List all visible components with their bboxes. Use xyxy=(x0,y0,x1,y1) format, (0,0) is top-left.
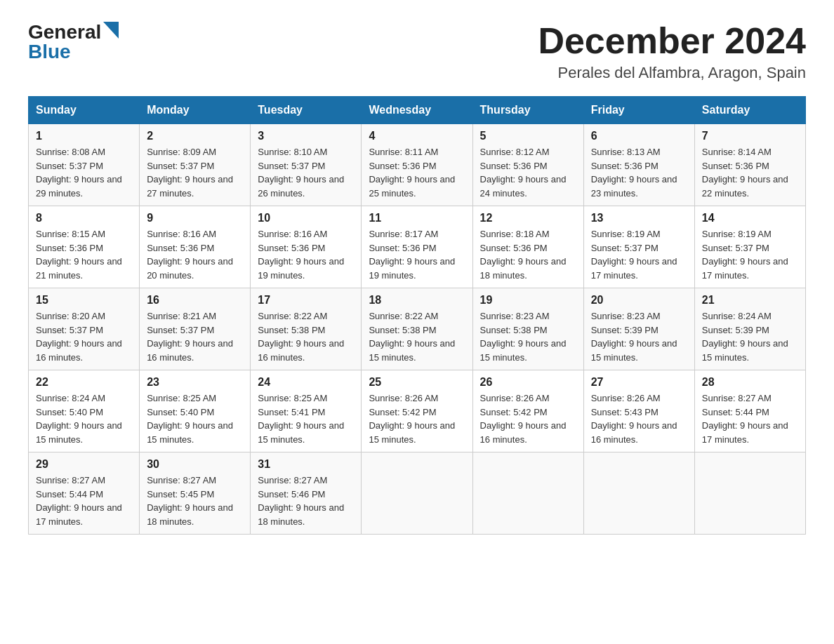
day-info: Sunrise: 8:16 AMSunset: 5:36 PMDaylight:… xyxy=(258,229,344,281)
day-info: Sunrise: 8:15 AMSunset: 5:36 PMDaylight:… xyxy=(36,229,122,281)
day-number: 29 xyxy=(36,458,132,471)
logo: General Blue xyxy=(28,21,119,63)
header: General Blue December 2024 Perales del A… xyxy=(28,21,806,82)
calendar-cell: 9 Sunrise: 8:16 AMSunset: 5:36 PMDayligh… xyxy=(140,206,251,288)
calendar-week-row: 8 Sunrise: 8:15 AMSunset: 5:36 PMDayligh… xyxy=(29,206,806,288)
calendar-week-row: 29 Sunrise: 8:27 AMSunset: 5:44 PMDaylig… xyxy=(29,452,806,535)
calendar-cell: 16 Sunrise: 8:21 AMSunset: 5:37 PMDaylig… xyxy=(140,288,251,370)
page: General Blue December 2024 Perales del A… xyxy=(0,0,834,556)
day-info: Sunrise: 8:22 AMSunset: 5:38 PMDaylight:… xyxy=(369,311,455,363)
day-info: Sunrise: 8:18 AMSunset: 5:36 PMDaylight:… xyxy=(480,229,567,281)
day-number: 4 xyxy=(369,130,465,142)
day-number: 18 xyxy=(369,294,465,307)
calendar-cell: 13 Sunrise: 8:19 AMSunset: 5:37 PMDaylig… xyxy=(583,206,694,288)
day-number: 16 xyxy=(147,294,243,307)
calendar-cell: 30 Sunrise: 8:27 AMSunset: 5:45 PMDaylig… xyxy=(140,452,251,535)
day-number: 1 xyxy=(36,130,132,142)
day-info: Sunrise: 8:09 AMSunset: 5:37 PMDaylight:… xyxy=(147,147,233,199)
day-number: 24 xyxy=(258,376,354,389)
calendar-cell: 17 Sunrise: 8:22 AMSunset: 5:38 PMDaylig… xyxy=(251,288,362,370)
day-info: Sunrise: 8:27 AMSunset: 5:45 PMDaylight:… xyxy=(147,475,233,527)
day-number: 14 xyxy=(702,212,798,224)
calendar-cell xyxy=(472,452,583,535)
day-number: 6 xyxy=(591,130,687,142)
day-number: 9 xyxy=(147,212,243,224)
day-info: Sunrise: 8:25 AMSunset: 5:41 PMDaylight:… xyxy=(258,393,344,445)
day-number: 25 xyxy=(369,376,465,389)
calendar-cell: 28 Sunrise: 8:27 AMSunset: 5:44 PMDaylig… xyxy=(694,370,805,452)
header-thursday: Thursday xyxy=(472,97,583,124)
day-number: 27 xyxy=(591,376,687,389)
calendar-cell: 11 Sunrise: 8:17 AMSunset: 5:36 PMDaylig… xyxy=(362,206,472,288)
calendar-cell: 29 Sunrise: 8:27 AMSunset: 5:44 PMDaylig… xyxy=(29,452,140,535)
calendar-body: 1 Sunrise: 8:08 AMSunset: 5:37 PMDayligh… xyxy=(29,124,806,535)
day-number: 26 xyxy=(480,376,576,389)
calendar-table: Sunday Monday Tuesday Wednesday Thursday… xyxy=(28,96,806,535)
day-info: Sunrise: 8:26 AMSunset: 5:42 PMDaylight:… xyxy=(369,393,455,445)
calendar-cell: 25 Sunrise: 8:26 AMSunset: 5:42 PMDaylig… xyxy=(362,370,472,452)
day-number: 17 xyxy=(258,294,354,307)
day-info: Sunrise: 8:08 AMSunset: 5:37 PMDaylight:… xyxy=(36,147,122,199)
day-number: 20 xyxy=(591,294,687,307)
calendar-header: Sunday Monday Tuesday Wednesday Thursday… xyxy=(29,97,806,124)
calendar-cell: 22 Sunrise: 8:24 AMSunset: 5:40 PMDaylig… xyxy=(29,370,140,452)
calendar-cell: 27 Sunrise: 8:26 AMSunset: 5:43 PMDaylig… xyxy=(583,370,694,452)
day-number: 2 xyxy=(147,130,243,142)
calendar-title: December 2024 xyxy=(538,21,806,61)
day-info: Sunrise: 8:26 AMSunset: 5:43 PMDaylight:… xyxy=(591,393,677,445)
title-block: December 2024 Perales del Alfambra, Arag… xyxy=(538,21,806,82)
day-number: 28 xyxy=(702,376,798,389)
day-info: Sunrise: 8:25 AMSunset: 5:40 PMDaylight:… xyxy=(147,393,233,445)
day-number: 11 xyxy=(369,212,465,224)
calendar-cell xyxy=(583,452,694,535)
calendar-cell: 2 Sunrise: 8:09 AMSunset: 5:37 PMDayligh… xyxy=(140,124,251,206)
day-number: 15 xyxy=(36,294,132,307)
calendar-cell: 8 Sunrise: 8:15 AMSunset: 5:36 PMDayligh… xyxy=(29,206,140,288)
day-info: Sunrise: 8:23 AMSunset: 5:39 PMDaylight:… xyxy=(591,311,677,363)
calendar-cell: 26 Sunrise: 8:26 AMSunset: 5:42 PMDaylig… xyxy=(472,370,583,452)
day-number: 7 xyxy=(702,130,798,142)
day-number: 22 xyxy=(36,376,132,389)
calendar-cell: 6 Sunrise: 8:13 AMSunset: 5:36 PMDayligh… xyxy=(583,124,694,206)
day-info: Sunrise: 8:24 AMSunset: 5:40 PMDaylight:… xyxy=(36,393,122,445)
day-info: Sunrise: 8:12 AMSunset: 5:36 PMDaylight:… xyxy=(480,147,567,199)
calendar-cell: 5 Sunrise: 8:12 AMSunset: 5:36 PMDayligh… xyxy=(472,124,583,206)
calendar-cell xyxy=(362,452,472,535)
svg-marker-0 xyxy=(103,22,119,39)
day-info: Sunrise: 8:16 AMSunset: 5:36 PMDaylight:… xyxy=(147,229,233,281)
calendar-week-row: 1 Sunrise: 8:08 AMSunset: 5:37 PMDayligh… xyxy=(29,124,806,206)
calendar-cell: 4 Sunrise: 8:11 AMSunset: 5:36 PMDayligh… xyxy=(362,124,472,206)
day-info: Sunrise: 8:17 AMSunset: 5:36 PMDaylight:… xyxy=(369,229,455,281)
day-info: Sunrise: 8:27 AMSunset: 5:44 PMDaylight:… xyxy=(702,393,788,445)
calendar-subtitle: Perales del Alfambra, Aragon, Spain xyxy=(538,64,806,82)
calendar-cell: 10 Sunrise: 8:16 AMSunset: 5:36 PMDaylig… xyxy=(251,206,362,288)
calendar-cell: 1 Sunrise: 8:08 AMSunset: 5:37 PMDayligh… xyxy=(29,124,140,206)
day-number: 5 xyxy=(480,130,576,142)
day-info: Sunrise: 8:14 AMSunset: 5:36 PMDaylight:… xyxy=(702,147,788,199)
day-info: Sunrise: 8:26 AMSunset: 5:42 PMDaylight:… xyxy=(480,393,567,445)
day-number: 8 xyxy=(36,212,132,224)
header-wednesday: Wednesday xyxy=(362,97,472,124)
day-number: 19 xyxy=(480,294,576,307)
day-number: 13 xyxy=(591,212,687,224)
header-tuesday: Tuesday xyxy=(251,97,362,124)
day-info: Sunrise: 8:13 AMSunset: 5:36 PMDaylight:… xyxy=(591,147,677,199)
header-sunday: Sunday xyxy=(29,97,140,124)
day-info: Sunrise: 8:24 AMSunset: 5:39 PMDaylight:… xyxy=(702,311,788,363)
logo-blue-text: Blue xyxy=(28,41,71,63)
header-monday: Monday xyxy=(140,97,251,124)
day-info: Sunrise: 8:11 AMSunset: 5:36 PMDaylight:… xyxy=(369,147,455,199)
day-info: Sunrise: 8:19 AMSunset: 5:37 PMDaylight:… xyxy=(702,229,788,281)
day-number: 31 xyxy=(258,458,354,471)
day-number: 3 xyxy=(258,130,354,142)
day-number: 10 xyxy=(258,212,354,224)
calendar-cell: 18 Sunrise: 8:22 AMSunset: 5:38 PMDaylig… xyxy=(362,288,472,370)
day-number: 30 xyxy=(147,458,243,471)
header-friday: Friday xyxy=(583,97,694,124)
day-info: Sunrise: 8:23 AMSunset: 5:38 PMDaylight:… xyxy=(480,311,567,363)
calendar-cell: 24 Sunrise: 8:25 AMSunset: 5:41 PMDaylig… xyxy=(251,370,362,452)
calendar-cell: 19 Sunrise: 8:23 AMSunset: 5:38 PMDaylig… xyxy=(472,288,583,370)
calendar-cell: 14 Sunrise: 8:19 AMSunset: 5:37 PMDaylig… xyxy=(694,206,805,288)
calendar-cell: 20 Sunrise: 8:23 AMSunset: 5:39 PMDaylig… xyxy=(583,288,694,370)
day-number: 21 xyxy=(702,294,798,307)
